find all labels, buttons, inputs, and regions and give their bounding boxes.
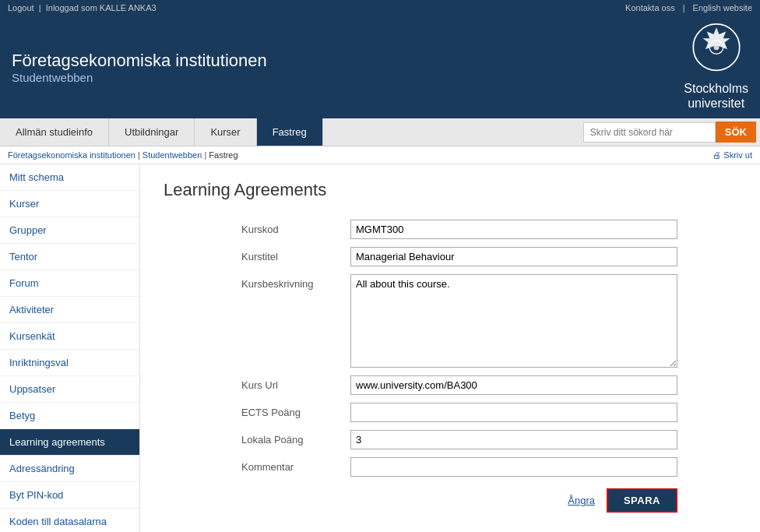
spara-button[interactable]: SPARA (607, 488, 677, 513)
svg-point-3 (713, 44, 719, 50)
top-bar-right: Kontakta oss | English website (625, 3, 752, 12)
logged-in-label: Inloggad som KALLE ANKA3 (46, 3, 157, 12)
kommentar-label: Kommentar (241, 457, 350, 473)
sidebar-item-koden-datasalarna[interactable]: Koden till datasalarna (0, 509, 139, 532)
main-nav: Allmän studieinfo Utbildningar Kurser Fa… (0, 118, 760, 146)
kurskod-row: Kurskod (241, 220, 677, 239)
kurs-url-row: Kurs Url (241, 375, 677, 395)
lokala-poang-row: Lokala Poäng (241, 430, 677, 449)
contact-link[interactable]: Kontakta oss (625, 3, 675, 12)
kurs-url-label: Kurs Url (241, 375, 350, 391)
lokala-poang-input[interactable] (350, 430, 677, 449)
logo-text: Stockholms universitet (684, 81, 748, 111)
kommentar-input[interactable] (350, 457, 677, 477)
kurstitel-input[interactable] (350, 247, 677, 266)
nav-utbildningar[interactable]: Utbildningar (109, 118, 195, 146)
breadcrumb: Företagsekonomiska institutionen | Stude… (0, 146, 760, 164)
ects-poang-label: ECTS Poäng (241, 403, 350, 418)
sidebar-item-byt-pin-kod[interactable]: Byt PIN-kod (0, 482, 139, 509)
breadcrumb-current: Fastreg (209, 150, 238, 160)
sidebar-item-tentor[interactable]: Tentor (0, 244, 139, 270)
ects-poang-input[interactable] (350, 403, 677, 422)
sidebar-item-kurser[interactable]: Kurser (0, 191, 139, 217)
sidebar-item-kursenkat[interactable]: Kursenkät (0, 323, 139, 350)
top-bar: Logout | Inloggad som KALLE ANKA3 Kontak… (0, 0, 760, 16)
nav-items: Allmän studieinfo Utbildningar Kurser Fa… (0, 118, 583, 146)
search-button[interactable]: SÖK (716, 122, 756, 143)
kursbeskrivning-row: Kursbeskrivning All about this course. (241, 274, 677, 368)
kurs-url-input[interactable] (350, 375, 677, 395)
sidebar-item-betyg[interactable]: Betyg (0, 403, 139, 429)
institution-name: Företagsekonomiska institutionen (12, 51, 267, 71)
sidebar-item-aktiviteter[interactable]: Aktiviteter (0, 297, 139, 323)
print-link[interactable]: 🖨 Skriv ut (712, 150, 752, 160)
breadcrumb-studentwebben[interactable]: Studentwebben (142, 150, 202, 160)
kursbeskrivning-textarea[interactable]: All about this course. (350, 274, 677, 368)
main-content: Learning Agreements Kurskod Kurstitel Ku… (140, 164, 760, 532)
english-link[interactable]: English website (693, 3, 752, 12)
ects-poang-row: ECTS Poäng (241, 403, 677, 422)
kurstitel-row: Kurstitel (241, 247, 677, 266)
kurskod-label: Kurskod (241, 220, 350, 235)
breadcrumb-path: Företagsekonomiska institutionen | Stude… (8, 150, 238, 160)
sidebar-item-grupper[interactable]: Grupper (0, 217, 139, 244)
sidebar: Mitt schema Kurser Grupper Tentor Forum … (0, 164, 140, 532)
logout-link[interactable]: Logout (8, 3, 34, 12)
breadcrumb-institution[interactable]: Företagsekonomiska institutionen (8, 150, 135, 160)
sidebar-item-uppsatser[interactable]: Uppsatser (0, 376, 139, 403)
learning-agreement-form: Kurskod Kurstitel Kursbeskrivning All ab… (241, 220, 677, 513)
nav-allman-studieinfo[interactable]: Allmän studieinfo (0, 118, 109, 146)
sidebar-item-adressandring[interactable]: Adressändring (0, 456, 139, 482)
sidebar-item-forum[interactable]: Forum (0, 270, 139, 297)
angra-button[interactable]: Ångra (568, 495, 595, 506)
kommentar-row: Kommentar (241, 457, 677, 477)
top-bar-left: Logout | Inloggad som KALLE ANKA3 (8, 3, 157, 12)
logo-container: Stockholms universitet (684, 23, 748, 111)
sidebar-item-inriktningsval[interactable]: Inriktningsval (0, 350, 139, 376)
form-actions: Ångra SPARA (241, 488, 677, 513)
kurskod-input[interactable] (350, 220, 677, 239)
search-input[interactable] (583, 122, 716, 143)
sidebar-item-mitt-schema[interactable]: Mitt schema (0, 164, 139, 191)
header: Företagsekonomiska institutionen Student… (0, 16, 760, 118)
lokala-poang-label: Lokala Poäng (241, 430, 350, 446)
header-subtitle: Studentwebben (12, 71, 267, 84)
search-area: SÖK (583, 122, 756, 143)
printer-icon: 🖨 (712, 150, 721, 160)
kursbeskrivning-label: Kursbeskrivning (241, 274, 350, 290)
content-area: Mitt schema Kurser Grupper Tentor Forum … (0, 164, 760, 532)
nav-kurser[interactable]: Kurser (195, 118, 256, 146)
university-logo-icon (689, 23, 744, 78)
nav-fastreg[interactable]: Fastreg (257, 118, 323, 146)
header-title-block: Företagsekonomiska institutionen Student… (12, 51, 267, 84)
sidebar-item-learning-agreements[interactable]: Learning agreements (0, 429, 139, 456)
kurstitel-label: Kurstitel (241, 247, 350, 262)
page-title: Learning Agreements (164, 180, 737, 200)
